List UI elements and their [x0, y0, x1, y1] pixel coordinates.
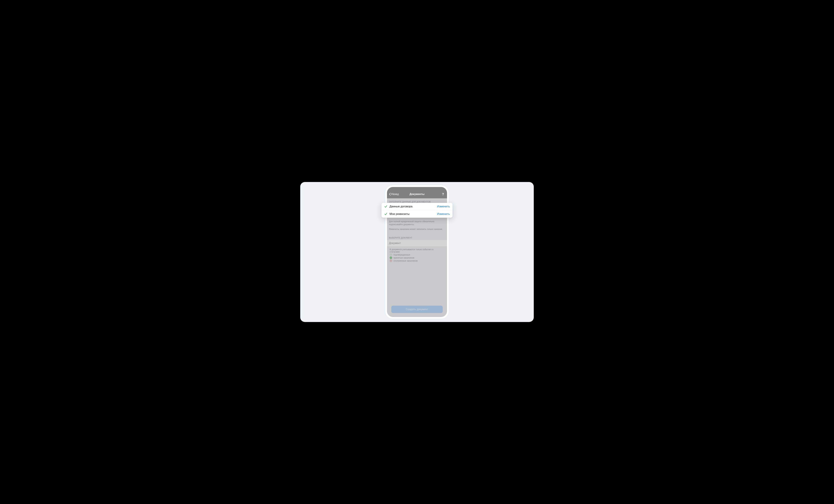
solid-check-icon: [390, 256, 392, 259]
note-client-req: Реквизиты заказчика может заполнить толь…: [387, 227, 447, 231]
status-rejected: отклоненные заказчиком: [390, 259, 444, 262]
canvas: Назад Документы ? ЗАПОЛНИТЕ ДАННЫЕ ДЛЯ Д…: [300, 182, 534, 322]
edit-link[interactable]: Изменить: [437, 212, 450, 216]
reject-icon: [390, 259, 392, 262]
footer: Создать документ: [387, 303, 447, 317]
status-legend: В документе учитываются только события с…: [387, 246, 447, 264]
status-label: принятые заказчиком: [394, 257, 414, 259]
highlight-row-contract[interactable]: Данные договора Изменить: [381, 203, 453, 210]
status-label: подтвержденные: [394, 254, 410, 256]
status-intro: В документе учитываются только события с…: [390, 248, 444, 253]
dashed-check-icon: [390, 253, 392, 256]
edit-link[interactable]: Изменить: [437, 205, 450, 208]
nav-bar: Назад Документы ?: [387, 187, 447, 198]
row-label: Данные договора: [390, 205, 413, 208]
highlight-card: Данные договора Изменить Мои реквизиты И…: [381, 203, 453, 217]
back-button[interactable]: Назад: [389, 193, 399, 196]
note-protection: Для полной юридической защиты обязательн…: [387, 218, 447, 227]
check-icon: [384, 212, 388, 216]
row-label: Мои реквизиты: [390, 212, 410, 216]
section-header-choose: ВЫБЕРИТЕ ДОКУМЕНТ: [387, 234, 447, 240]
page-title: Документы: [410, 193, 424, 196]
check-icon: [384, 205, 388, 208]
help-button[interactable]: ?: [441, 192, 445, 196]
document-select[interactable]: Документ: [387, 240, 447, 246]
status-label: отклоненные заказчиком: [394, 260, 418, 262]
status-confirmed: подтвержденные: [390, 253, 444, 256]
chevron-left-icon: [389, 193, 391, 196]
create-document-button[interactable]: Создать документ: [391, 306, 443, 313]
status-accepted: принятые заказчиком: [390, 256, 444, 259]
back-label: Назад: [391, 193, 399, 196]
highlight-row-requisites[interactable]: Мои реквизиты Изменить: [381, 210, 453, 217]
